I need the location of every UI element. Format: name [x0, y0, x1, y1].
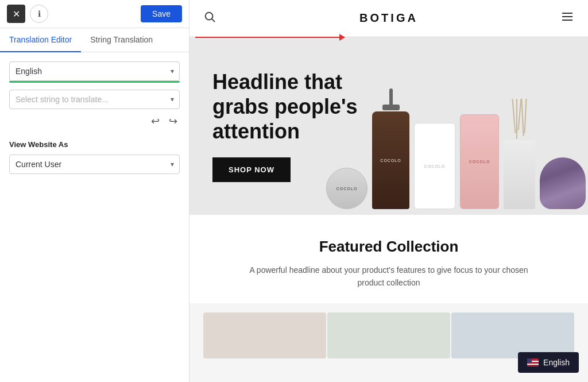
product-diffuser	[504, 99, 535, 215]
left-panel: ✕ ℹ Save Translation Editor String Trans…	[0, 0, 189, 382]
product-grid	[189, 303, 588, 358]
language-select[interactable]: English	[9, 61, 180, 81]
product-card-2[interactable]	[327, 312, 450, 358]
featured-collection-section: Featured Collection A powerful headline …	[189, 215, 588, 303]
hero-text: Headline that grabs people's attention S…	[212, 70, 396, 183]
hero-section: Headline that grabs people's attention S…	[189, 37, 588, 215]
toolbar: ✕ ℹ Save	[0, 0, 189, 28]
lavender-sprigs	[540, 157, 586, 209]
undo-redo-controls: ↩ ↪	[9, 114, 180, 129]
hamburger-icon[interactable]	[560, 10, 574, 27]
site-logo: BOTIGA	[359, 11, 418, 25]
translate-select-wrapper: Select string to translate...	[9, 90, 180, 109]
product-card-1[interactable]	[203, 312, 326, 358]
current-user-select[interactable]: Current User	[9, 155, 180, 174]
section-title: Featured Collection	[203, 238, 574, 256]
jar-pink: COCOLO	[460, 114, 499, 209]
save-button[interactable]: Save	[141, 5, 182, 22]
site-header: BOTIGA	[189, 0, 588, 37]
svg-point-0	[206, 13, 213, 20]
panel-content: English Select string to translate... ↩ …	[0, 52, 189, 183]
tab-translation-editor[interactable]: Translation Editor	[0, 28, 81, 52]
translate-string-select[interactable]: Select string to translate...	[9, 90, 180, 109]
green-underline	[9, 81, 180, 83]
info-button[interactable]: ℹ	[30, 5, 48, 23]
view-website-label: View Website As	[9, 140, 180, 149]
us-flag-icon	[527, 358, 539, 366]
jar-white: COCOLO	[414, 123, 455, 209]
tabs: Translation Editor String Translation	[0, 28, 189, 52]
section-subtitle: A powerful headline about your product's…	[245, 264, 532, 290]
product-white-jar: COCOLO	[414, 123, 455, 215]
redo-button[interactable]: ↪	[167, 114, 180, 129]
tab-string-translation[interactable]: String Translation	[81, 28, 162, 52]
undo-button[interactable]: ↩	[149, 114, 162, 129]
hero-title: Headline that grabs people's attention	[212, 70, 396, 144]
diffuser	[504, 99, 535, 209]
product-pink-jar: COCOLO	[460, 114, 499, 215]
svg-line-1	[212, 19, 215, 22]
language-select-wrapper: English	[9, 61, 180, 81]
current-user-select-wrapper: Current User	[9, 155, 180, 174]
search-icon[interactable]	[203, 10, 216, 26]
product-card-3[interactable]	[451, 312, 574, 358]
right-panel: BOTIGA Headline that grabs people's atte…	[189, 0, 588, 382]
product-lavender	[540, 157, 586, 215]
language-button[interactable]: English	[518, 352, 579, 373]
language-button-label: English	[543, 358, 570, 367]
shop-now-button[interactable]: SHOP NOW	[212, 157, 291, 182]
close-button[interactable]: ✕	[7, 5, 25, 23]
